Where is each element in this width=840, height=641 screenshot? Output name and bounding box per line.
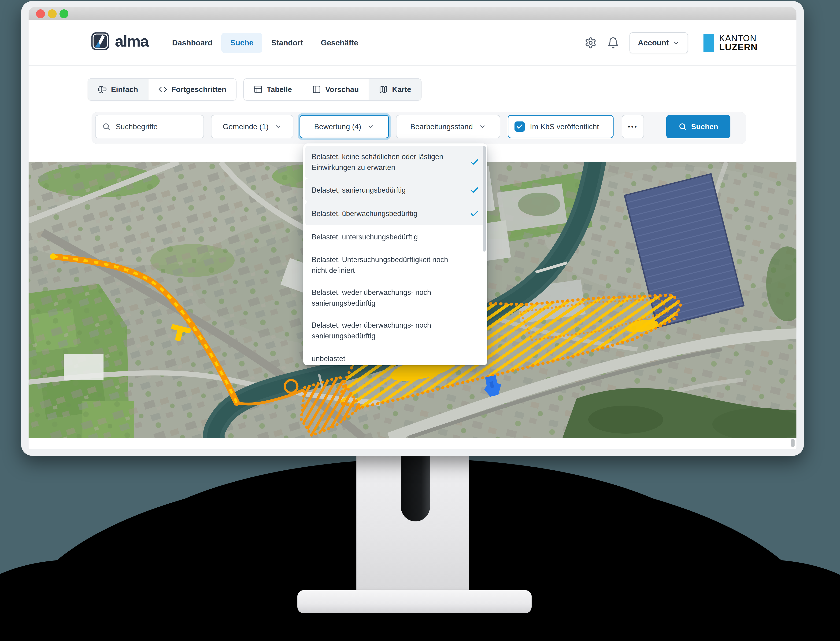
alma-logo[interactable]: alma [91, 32, 148, 50]
kbs-checkbox-field[interactable]: Im KbS veröffentlicht [508, 115, 614, 138]
monitor-stand-neck [356, 452, 469, 592]
checkbox-checked-icon[interactable] [514, 121, 525, 132]
search-icon [678, 122, 687, 131]
logo-text: alma [115, 32, 148, 50]
dropdown-option-label: Belastet, sanierungsbedürftig [312, 185, 406, 196]
mode-einfach-button[interactable]: Einfach [88, 79, 149, 100]
zoom-window-button[interactable] [60, 10, 68, 18]
suchen-button[interactable]: Suchen [666, 115, 730, 138]
view-tabelle-label: Tabelle [267, 85, 292, 94]
window-titlebar [29, 7, 796, 21]
dropdown-option[interactable]: Belastet, sanierungsbedürftig [305, 179, 485, 202]
view-vorschau-label: Vorschau [325, 85, 359, 94]
alma-logo-icon [91, 32, 109, 50]
dropdown-option-label: Belastet, weder überwachungs- noch sanie… [312, 287, 463, 309]
dropdown-option[interactable]: Belastet, weder überwachungs- noch sanie… [305, 282, 485, 314]
dropdown-option[interactable]: Belastet, keine schädlichen oder lästige… [305, 146, 485, 179]
close-window-button[interactable] [36, 10, 45, 18]
search-mode-toggle: Einfach Fortgeschritten [87, 78, 236, 101]
check-icon [470, 185, 479, 195]
dropdown-option-label: Belastet, überwachungsbedürftig [312, 208, 418, 219]
dropdown-option[interactable]: Belastet, untersuchungsbedürftig [305, 225, 485, 249]
dropdown-option-label: Belastet, weder überwachungs- noch sanie… [312, 320, 463, 341]
kanton-line2: LUZERN [719, 43, 758, 52]
chevron-down-icon [367, 123, 374, 130]
bewertung-label: Bewertung (4) [314, 122, 361, 131]
gemeinde-label: Gemeinde (1) [223, 122, 268, 131]
view-karte-button[interactable]: Karte [369, 79, 421, 100]
kanton-logo-bar [703, 34, 714, 52]
search-field[interactable] [95, 115, 204, 138]
dropdown-option-label: Belastet, keine schädlichen oder lästige… [312, 151, 463, 173]
minimize-window-button[interactable] [48, 10, 57, 18]
kanton-line1: KANTON [719, 34, 758, 43]
check-icon [470, 157, 479, 167]
view-vorschau-button[interactable]: Vorschau [302, 79, 369, 100]
browser-window: alma Dashboard Suche Standort Geschäfte [29, 7, 796, 449]
gear-icon[interactable] [585, 37, 597, 49]
scrollbar-thumb[interactable] [483, 146, 486, 251]
bearbeitungsstand-dropdown[interactable]: Bearbeitungsstand [396, 115, 500, 138]
mode-einfach-label: Einfach [111, 85, 138, 94]
view-karte-label: Karte [392, 85, 411, 94]
nav-item-standort[interactable]: Standort [262, 33, 312, 53]
kanton-luzern-logo: KANTON LUZERN [703, 34, 758, 52]
map-icon [379, 85, 388, 94]
monitor-frame: alma Dashboard Suche Standort Geschäfte [21, 1, 804, 456]
view-switcher: Tabelle Vorschau Karte [243, 78, 422, 101]
dropdown-option-label: Belastet, Untersuchungsbedürftigkeit noc… [312, 254, 463, 276]
text-cursor-input-icon [98, 85, 107, 94]
gemeinde-dropdown[interactable]: Gemeinde (1) [211, 115, 293, 138]
dropdown-option-label: Belastet, untersuchungsbedürftig [312, 232, 418, 242]
mode-fortgeschritten-label: Fortgeschritten [171, 85, 226, 94]
code-icon [158, 85, 167, 94]
chevron-down-icon [672, 39, 680, 46]
dropdown-option[interactable]: unbelastet [305, 347, 485, 370]
nav-item-geschaefte[interactable]: Geschäfte [312, 33, 367, 53]
scrollbar-thumb[interactable] [791, 439, 795, 447]
check-icon [470, 209, 479, 219]
bearbeitungsstand-label: Bearbeitungsstand [410, 122, 473, 131]
chevron-down-icon [275, 123, 282, 130]
suchen-label: Suchen [691, 122, 718, 131]
more-filters-button[interactable]: ••• [622, 115, 644, 138]
view-tabelle-button[interactable]: Tabelle [244, 79, 302, 100]
account-button[interactable]: Account [630, 32, 688, 53]
table-icon [254, 85, 263, 94]
split-view-icon [312, 85, 321, 94]
dropdown-option[interactable]: Belastet, Untersuchungsbedürftigkeit noc… [305, 249, 485, 282]
nav-item-suche[interactable]: Suche [221, 33, 262, 53]
dropdown-option-label: unbelastet [312, 353, 345, 364]
bell-icon[interactable] [607, 37, 619, 49]
header-actions: Account KANTON LUZERN [585, 20, 796, 65]
dropdown-option[interactable]: Belastet, weder überwachungs- noch sanie… [305, 314, 485, 347]
chevron-down-icon [479, 123, 486, 130]
account-label: Account [638, 39, 669, 47]
app-header: alma Dashboard Suche Standort Geschäfte [29, 20, 796, 66]
dropdown-option[interactable]: Belastet, überwachungsbedürftig [305, 202, 485, 225]
search-icon [102, 122, 110, 131]
monitor-stand-cable-slot [401, 456, 430, 522]
bewertung-dropdown-trigger[interactable]: Bewertung (4) [299, 115, 389, 138]
monitor-stand-base [297, 590, 531, 613]
bewertung-dropdown-menu: Belastet, keine schädlichen oder lästige… [303, 143, 487, 365]
kbs-checkbox-label: Im KbS veröffentlicht [530, 122, 599, 131]
scene: alma Dashboard Suche Standort Geschäfte [0, 0, 840, 641]
more-dots-icon: ••• [628, 123, 638, 130]
nav-item-dashboard[interactable]: Dashboard [163, 33, 221, 53]
main-nav: Dashboard Suche Standort Geschäfte [163, 32, 367, 54]
mode-fortgeschritten-button[interactable]: Fortgeschritten [149, 79, 236, 100]
search-input[interactable] [115, 122, 197, 131]
